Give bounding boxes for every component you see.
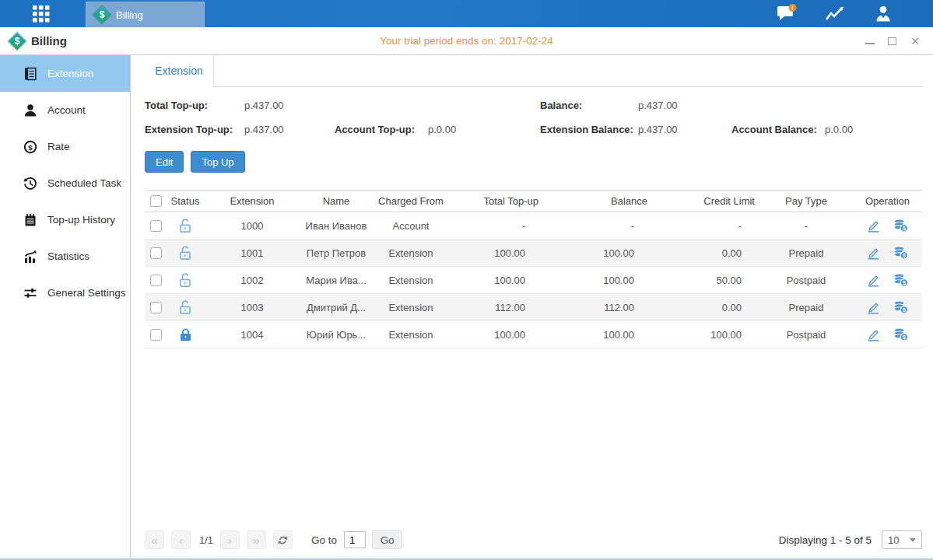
status-lock-icon[interactable] <box>167 272 204 289</box>
maximize-button[interactable] <box>888 37 896 45</box>
cell-extension: 1000 <box>204 220 300 232</box>
cell-balance: - <box>543 220 652 232</box>
next-page-button[interactable]: › <box>220 530 240 549</box>
extension-topup-label: Extension Top-up: <box>145 124 244 135</box>
row-checkbox[interactable] <box>150 329 162 341</box>
status-lock-icon[interactable] <box>167 327 204 343</box>
cell-balance: 100.00 <box>543 329 652 341</box>
topup-row-icon[interactable]: $ <box>893 299 909 315</box>
total-topup-label: Total Top-up: <box>145 100 244 111</box>
row-checkbox[interactable] <box>150 247 162 259</box>
topup-row-icon[interactable]: $ <box>893 245 909 261</box>
page-indicator: 1/1 <box>198 534 215 546</box>
page-size-select[interactable]: 10 <box>882 530 922 549</box>
select-all-checkbox[interactable] <box>150 195 162 207</box>
edit-row-icon[interactable] <box>866 327 881 342</box>
edit-button[interactable]: Edit <box>145 151 184 173</box>
cell-charged-from: Extension <box>372 302 450 313</box>
row-checkbox[interactable] <box>150 220 162 232</box>
sidebar-item-general-settings[interactable]: General Settings <box>0 275 130 311</box>
cell-name: Петр Петров <box>300 247 372 259</box>
row-checkbox[interactable] <box>150 275 162 286</box>
topup-row-icon[interactable]: $ <box>893 272 909 288</box>
app-grid-icon[interactable] <box>27 0 55 27</box>
cell-credit-limit: - <box>652 220 759 232</box>
close-button[interactable]: × <box>910 36 921 47</box>
refresh-icon <box>277 534 289 546</box>
bar-chart-arrow-icon <box>23 250 37 264</box>
cell-total-topup: - <box>450 220 543 232</box>
table-row-extension-1004: 1004Юрий Юрь...Extension100.00100.00100.… <box>145 321 922 348</box>
status-lock-icon[interactable] <box>167 245 204 261</box>
titlebar: $ Billing Your trial period ends on: 201… <box>0 27 933 55</box>
svg-text:$: $ <box>903 334 906 341</box>
sidebar-item-rate[interactable]: $ Rate <box>0 128 130 165</box>
table-row-extension-1000: 1000Иван ИвановAccount----$ <box>145 212 922 240</box>
topbar-billing-tab[interactable]: $ Billing <box>86 2 205 27</box>
cell-credit-limit: 0.00 <box>652 302 759 313</box>
table-row-extension-1003: 1003Дмитрий Д...Extension112.00112.000.0… <box>145 294 922 321</box>
first-page-button[interactable]: « <box>145 530 164 549</box>
sliders-icon <box>23 286 37 300</box>
topbar-billing-tab-label: Billing <box>116 9 143 21</box>
notifications-button[interactable]: ! <box>776 4 798 24</box>
account-person-icon <box>23 103 37 117</box>
col-status: Status <box>167 195 204 207</box>
cell-balance: 100.00 <box>543 275 652 286</box>
pagination-bar: « ‹ 1/1 › » Go to Go Displaying 1 - 5 of… <box>145 530 922 549</box>
cell-pay-type: Prepaid <box>759 302 853 313</box>
cell-pay-type: Prepaid <box>759 247 853 259</box>
extension-balance-value: p.437.00 <box>638 124 731 135</box>
edit-row-icon[interactable] <box>866 246 881 261</box>
sidebar-label: Account <box>47 104 86 116</box>
table-header: Status Extension Name Charged From Total… <box>145 190 922 212</box>
balance-value: p.437.00 <box>638 100 731 111</box>
page-size-value: 10 <box>888 534 899 546</box>
sidebar-item-topup-history[interactable]: Top-up History <box>0 201 130 238</box>
tab-strip: Extension <box>145 55 922 87</box>
svg-text:$: $ <box>903 253 906 259</box>
svg-text:!: ! <box>791 4 794 12</box>
minimize-button[interactable] <box>865 38 875 44</box>
reports-button[interactable] <box>824 4 846 24</box>
account-balance-label: Account Balance: <box>731 124 825 135</box>
col-operation: Operation <box>853 195 922 207</box>
line-chart-icon <box>825 5 845 23</box>
sidebar-label: Statistics <box>47 250 89 262</box>
edit-row-icon[interactable] <box>866 300 881 315</box>
topup-row-icon[interactable]: $ <box>893 327 909 342</box>
cell-total-topup: 100.00 <box>450 275 543 286</box>
refresh-button[interactable] <box>273 530 293 549</box>
edit-row-icon[interactable] <box>866 219 881 233</box>
sidebar-item-account[interactable]: Account <box>0 92 130 128</box>
top-up-button[interactable]: Top Up <box>191 151 244 173</box>
topup-row-icon[interactable]: $ <box>893 218 909 233</box>
goto-page-input[interactable] <box>344 531 366 548</box>
status-lock-icon[interactable] <box>167 218 204 234</box>
last-page-button[interactable]: » <box>247 530 266 549</box>
cell-pay-type: - <box>759 220 853 232</box>
person-icon <box>874 5 893 23</box>
sidebar-label: General Settings <box>47 287 126 299</box>
sidebar-item-statistics[interactable]: Statistics <box>0 238 130 275</box>
tab-extension[interactable]: Extension <box>145 55 214 87</box>
cell-total-topup: 100.00 <box>450 329 543 341</box>
status-lock-icon[interactable] <box>167 299 204 316</box>
sidebar-item-extension[interactable]: Extension <box>0 55 130 92</box>
row-checkbox[interactable] <box>150 302 162 313</box>
user-menu-button[interactable] <box>872 4 894 24</box>
balance-label: Balance: <box>540 100 638 111</box>
prev-page-button[interactable]: ‹ <box>171 530 191 549</box>
summary-panel: Total Top-up: p.437.00 Balance: p.437.00… <box>145 96 922 138</box>
edit-row-icon[interactable] <box>866 273 881 288</box>
table-row-extension-1001: 1001Петр ПетровExtension100.00100.000.00… <box>145 240 922 267</box>
cell-name: Иван Иванов <box>300 220 372 232</box>
extensions-table: Status Extension Name Charged From Total… <box>145 190 922 348</box>
chevron-down-icon <box>910 538 916 542</box>
extension-balance-label: Extension Balance: <box>540 124 638 135</box>
sidebar: Extension Account $ Rate Scheduled Task … <box>0 55 131 558</box>
go-button[interactable]: Go <box>372 530 402 549</box>
sidebar-item-scheduled-task[interactable]: Scheduled Task <box>0 165 130 201</box>
sidebar-label: Extension <box>47 68 93 79</box>
cell-credit-limit: 100.00 <box>652 329 759 341</box>
